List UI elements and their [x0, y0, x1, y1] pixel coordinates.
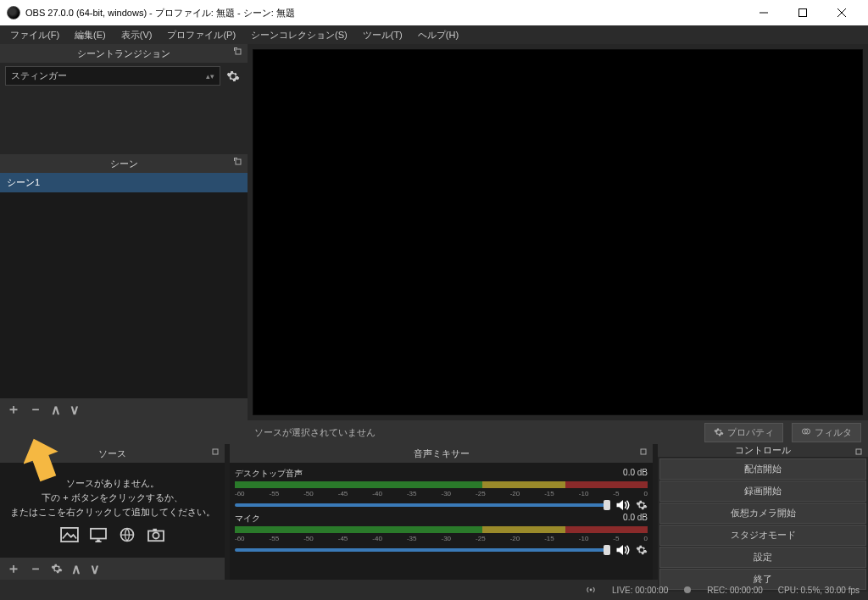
filters-label: フィルタ — [815, 426, 852, 439]
source-settings-button[interactable] — [51, 563, 63, 575]
controls-panel: コントロール 配信開始 録画開始 仮想カメラ開始 スタジオモード 設定 終了 — [658, 444, 868, 580]
close-button[interactable] — [822, 0, 861, 25]
scenes-panel: シーン シーン1 ＋ － ∧ ∨ — [0, 154, 248, 420]
mixer-channel-desktop: デスクトップ音声 0.0 dB -60-55-50-45-40-35-30-25… — [235, 468, 648, 511]
mixer-panel: 音声ミキサー デスクトップ音声 0.0 dB -60-55-50-45-40-3… — [230, 444, 653, 580]
menu-file[interactable]: ファイル(F) — [3, 27, 66, 43]
popout-icon[interactable] — [211, 447, 220, 456]
chevron-up-down-icon: ▴▾ — [206, 72, 214, 81]
popout-icon[interactable] — [234, 47, 242, 56]
menubar: ファイル(F) 編集(E) 表示(V) プロファイル(P) シーンコレクション(… — [0, 25, 868, 44]
controls-title: コントロール — [735, 444, 791, 457]
sources-empty-line1: ソースがありません。 — [66, 477, 159, 490]
popout-icon[interactable] — [639, 447, 648, 456]
sources-toolbar: ＋ － ∧ ∨ — [0, 558, 225, 580]
scenes-header[interactable]: シーン — [0, 154, 248, 173]
broadcast-icon — [585, 585, 597, 595]
svg-point-10 — [153, 532, 159, 538]
transitions-title: シーントランジション — [77, 47, 170, 60]
popout-icon[interactable] — [234, 158, 242, 166]
menu-scene-collection[interactable]: シーンコレクション(S) — [244, 27, 354, 43]
settings-button[interactable]: 設定 — [659, 547, 866, 568]
svg-rect-1 — [236, 49, 241, 54]
svg-rect-7 — [91, 528, 106, 538]
meter-scale: -60-55-50-45-40-35-30-25-20-15-10-50 — [235, 535, 648, 542]
channel-name: マイク — [235, 513, 260, 525]
mixer-title: 音声ミキサー — [414, 447, 470, 460]
remove-scene-button[interactable]: － — [29, 401, 42, 419]
audio-meter — [235, 481, 648, 488]
sources-empty-line2: 下の + ボタンをクリックするか、 — [42, 492, 183, 504]
menu-view[interactable]: 表示(V) — [114, 27, 159, 43]
start-vcam-button[interactable]: 仮想カメラ開始 — [659, 503, 866, 524]
sources-panel: ソース ソースがありません。 下の + ボタンをクリックするか、 またはここを右… — [0, 444, 225, 580]
svg-rect-5 — [213, 449, 218, 454]
channel-level: 0.0 dB — [623, 513, 648, 525]
controls-header[interactable]: コントロール — [658, 444, 868, 457]
mixer-channel-mic: マイク 0.0 dB -60-55-50-45-40-35-30-25-20-1… — [235, 513, 648, 556]
scenes-title: シーン — [110, 158, 138, 170]
transition-settings-button[interactable] — [224, 67, 242, 86]
sources-title: ソース — [98, 447, 126, 460]
minimize-button[interactable] — [744, 0, 783, 25]
popout-icon[interactable] — [854, 447, 863, 456]
mixer-header[interactable]: 音声ミキサー — [230, 444, 653, 463]
sources-header[interactable]: ソース — [0, 444, 225, 463]
status-live: LIVE: 00:00:00 — [612, 586, 668, 595]
sources-empty[interactable]: ソースがありません。 下の + ボタンをクリックするか、 またはここを右クリック… — [0, 463, 225, 558]
move-up-button[interactable]: ∧ — [71, 561, 81, 577]
svg-rect-11 — [153, 528, 157, 531]
svg-rect-12 — [641, 449, 646, 454]
properties-button[interactable]: プロパティ — [704, 423, 783, 442]
svg-point-14 — [590, 589, 593, 592]
svg-rect-2 — [236, 159, 241, 164]
menu-edit[interactable]: 編集(E) — [68, 27, 113, 43]
remove-source-button[interactable]: － — [29, 560, 42, 578]
volume-slider[interactable] — [235, 503, 610, 507]
scenes-list[interactable]: シーン1 — [0, 173, 248, 398]
maximize-button[interactable] — [783, 0, 822, 25]
channel-settings-button[interactable] — [636, 544, 648, 556]
display-source-icon — [86, 525, 110, 544]
channel-settings-button[interactable] — [636, 499, 648, 511]
move-down-button[interactable]: ∨ — [70, 402, 80, 418]
window-title: OBS 27.0.0 (64-bit, windows) - プロファイル: 無… — [25, 7, 295, 19]
move-down-button[interactable]: ∨ — [90, 561, 100, 577]
meter-scale: -60-55-50-45-40-35-30-25-20-15-10-50 — [235, 490, 648, 497]
scene-item[interactable]: シーン1 — [0, 173, 248, 192]
menu-profile[interactable]: プロファイル(P) — [160, 27, 242, 43]
preview-area — [248, 44, 868, 420]
start-stream-button[interactable]: 配信開始 — [659, 458, 866, 480]
browser-source-icon — [115, 525, 139, 544]
channel-level: 0.0 dB — [623, 468, 648, 480]
move-up-button[interactable]: ∧ — [51, 402, 61, 418]
properties-label: プロパティ — [727, 426, 774, 439]
scenes-toolbar: ＋ － ∧ ∨ — [0, 398, 248, 420]
transition-select[interactable]: スティンガー ▴▾ — [5, 66, 220, 86]
transitions-header[interactable]: シーントランジション — [0, 44, 248, 63]
sources-empty-line3: またはここを右クリックして追加してください。 — [10, 506, 215, 519]
svg-point-15 — [684, 586, 691, 593]
speaker-icon[interactable] — [615, 544, 631, 556]
app-logo-icon — [7, 6, 20, 19]
audio-meter — [235, 526, 648, 533]
studio-mode-button[interactable]: スタジオモード — [659, 525, 866, 546]
transition-selected: スティンガー — [11, 69, 67, 82]
preview-canvas[interactable] — [253, 49, 863, 415]
record-dot-icon — [683, 586, 692, 594]
volume-slider[interactable] — [235, 548, 610, 552]
speaker-icon[interactable] — [615, 499, 631, 511]
image-source-icon — [58, 525, 81, 544]
menu-tools[interactable]: ツール(T) — [356, 27, 409, 43]
svg-rect-0 — [799, 9, 807, 17]
add-source-button[interactable]: ＋ — [7, 560, 20, 578]
start-record-button[interactable]: 録画開始 — [659, 481, 866, 502]
add-scene-button[interactable]: ＋ — [7, 401, 20, 419]
status-cpu: CPU: 0.5%, 30.00 fps — [778, 586, 860, 595]
filters-button[interactable]: フィルタ — [792, 423, 861, 442]
camera-source-icon — [144, 525, 168, 544]
window-titlebar: OBS 27.0.0 (64-bit, windows) - プロファイル: 無… — [0, 0, 868, 25]
menu-help[interactable]: ヘルプ(H) — [411, 27, 465, 43]
svg-rect-13 — [856, 449, 861, 454]
source-toolbar: ソースが選択されていません プロパティ フィルタ — [248, 420, 868, 444]
